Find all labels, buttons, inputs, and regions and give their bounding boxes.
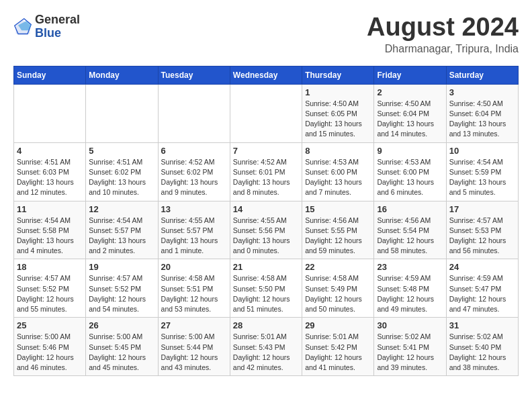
day-number: 20 <box>161 262 227 272</box>
calendar-cell: 24Sunrise: 4:59 AM Sunset: 5:47 PM Dayli… <box>446 259 518 318</box>
col-header-friday: Friday <box>374 66 446 84</box>
calendar-cell: 5Sunrise: 4:51 AM Sunset: 6:02 PM Daylig… <box>86 142 158 201</box>
calendar-cell: 22Sunrise: 4:58 AM Sunset: 5:49 PM Dayli… <box>302 259 374 318</box>
day-number: 4 <box>17 146 83 156</box>
day-info: Sunrise: 5:01 AM Sunset: 5:43 PM Dayligh… <box>233 332 299 373</box>
col-header-sunday: Sunday <box>14 66 86 84</box>
logo-text: General Blue <box>35 13 80 40</box>
calendar-cell: 17Sunrise: 4:57 AM Sunset: 5:53 PM Dayli… <box>446 201 518 259</box>
day-number: 21 <box>233 262 299 272</box>
calendar-cell: 19Sunrise: 4:57 AM Sunset: 5:52 PM Dayli… <box>86 259 158 318</box>
day-info: Sunrise: 4:54 AM Sunset: 5:57 PM Dayligh… <box>89 216 154 257</box>
calendar-cell: 3Sunrise: 4:50 AM Sunset: 6:04 PM Daylig… <box>446 84 518 142</box>
day-info: Sunrise: 4:56 AM Sunset: 5:55 PM Dayligh… <box>305 216 371 257</box>
calendar-cell: 12Sunrise: 4:54 AM Sunset: 5:57 PM Dayli… <box>86 201 158 259</box>
day-info: Sunrise: 4:51 AM Sunset: 6:03 PM Dayligh… <box>17 157 83 198</box>
day-number: 29 <box>305 320 371 330</box>
calendar-cell: 8Sunrise: 4:53 AM Sunset: 6:00 PM Daylig… <box>302 142 374 201</box>
day-info: Sunrise: 4:56 AM Sunset: 5:54 PM Dayligh… <box>377 216 443 257</box>
calendar-header: SundayMondayTuesdayWednesdayThursdayFrid… <box>14 66 519 84</box>
col-header-thursday: Thursday <box>302 66 374 84</box>
day-number: 24 <box>449 262 515 272</box>
day-number: 22 <box>305 262 371 272</box>
day-info: Sunrise: 5:02 AM Sunset: 5:41 PM Dayligh… <box>377 332 443 373</box>
day-number: 17 <box>449 204 515 214</box>
col-header-saturday: Saturday <box>446 66 518 84</box>
calendar-cell: 11Sunrise: 4:54 AM Sunset: 5:58 PM Dayli… <box>14 201 86 259</box>
day-number: 28 <box>233 320 299 330</box>
day-info: Sunrise: 4:58 AM Sunset: 5:51 PM Dayligh… <box>161 273 227 314</box>
day-number: 25 <box>17 320 83 330</box>
day-info: Sunrise: 4:54 AM Sunset: 5:58 PM Dayligh… <box>17 216 83 257</box>
day-info: Sunrise: 4:59 AM Sunset: 5:48 PM Dayligh… <box>377 273 443 314</box>
logo-icon <box>13 17 32 36</box>
day-number: 7 <box>233 146 299 156</box>
day-number: 8 <box>305 146 371 156</box>
col-header-wednesday: Wednesday <box>230 66 302 84</box>
calendar-cell: 27Sunrise: 5:00 AM Sunset: 5:44 PM Dayli… <box>158 318 230 376</box>
calendar-cell <box>158 84 230 142</box>
calendar-cell: 30Sunrise: 5:02 AM Sunset: 5:41 PM Dayli… <box>374 318 446 376</box>
page-header: General Blue August 2024 Dharmanagar, Tr… <box>13 13 519 55</box>
day-number: 27 <box>161 320 227 330</box>
day-info: Sunrise: 4:53 AM Sunset: 6:00 PM Dayligh… <box>377 157 443 198</box>
calendar-cell <box>86 84 158 142</box>
day-number: 5 <box>89 146 154 156</box>
day-info: Sunrise: 4:52 AM Sunset: 6:01 PM Dayligh… <box>233 157 299 198</box>
calendar-cell: 25Sunrise: 5:00 AM Sunset: 5:46 PM Dayli… <box>14 318 86 376</box>
day-number: 18 <box>17 262 83 272</box>
col-header-monday: Monday <box>86 66 158 84</box>
day-info: Sunrise: 4:55 AM Sunset: 5:57 PM Dayligh… <box>161 216 227 257</box>
day-number: 2 <box>377 87 443 97</box>
calendar-cell: 14Sunrise: 4:55 AM Sunset: 5:56 PM Dayli… <box>230 201 302 259</box>
calendar-cell: 13Sunrise: 4:55 AM Sunset: 5:57 PM Dayli… <box>158 201 230 259</box>
subtitle: Dharmanagar, Tripura, India <box>367 43 519 55</box>
calendar-table: SundayMondayTuesdayWednesdayThursdayFrid… <box>13 66 519 376</box>
calendar-cell <box>230 84 302 142</box>
day-number: 19 <box>89 262 154 272</box>
week-row-1: 1Sunrise: 4:50 AM Sunset: 6:05 PM Daylig… <box>14 84 519 142</box>
day-info: Sunrise: 4:58 AM Sunset: 5:50 PM Dayligh… <box>233 273 299 314</box>
day-info: Sunrise: 5:01 AM Sunset: 5:42 PM Dayligh… <box>305 332 371 373</box>
day-number: 30 <box>377 320 443 330</box>
title-block: August 2024 Dharmanagar, Tripura, India <box>367 13 519 55</box>
calendar-cell <box>14 84 86 142</box>
day-info: Sunrise: 4:53 AM Sunset: 6:00 PM Dayligh… <box>305 157 371 198</box>
day-info: Sunrise: 4:51 AM Sunset: 6:02 PM Dayligh… <box>89 157 154 198</box>
logo: General Blue <box>13 13 80 40</box>
day-info: Sunrise: 4:57 AM Sunset: 5:52 PM Dayligh… <box>17 273 83 314</box>
calendar-cell: 6Sunrise: 4:52 AM Sunset: 6:02 PM Daylig… <box>158 142 230 201</box>
day-info: Sunrise: 4:57 AM Sunset: 5:52 PM Dayligh… <box>89 273 154 314</box>
day-number: 11 <box>17 204 83 214</box>
calendar-cell: 10Sunrise: 4:54 AM Sunset: 5:59 PM Dayli… <box>446 142 518 201</box>
day-number: 16 <box>377 204 443 214</box>
day-number: 1 <box>305 87 371 97</box>
calendar-cell: 9Sunrise: 4:53 AM Sunset: 6:00 PM Daylig… <box>374 142 446 201</box>
week-row-5: 25Sunrise: 5:00 AM Sunset: 5:46 PM Dayli… <box>14 318 519 376</box>
day-info: Sunrise: 4:57 AM Sunset: 5:53 PM Dayligh… <box>449 216 515 257</box>
calendar-cell: 26Sunrise: 5:00 AM Sunset: 5:45 PM Dayli… <box>86 318 158 376</box>
calendar-cell: 20Sunrise: 4:58 AM Sunset: 5:51 PM Dayli… <box>158 259 230 318</box>
calendar-cell: 28Sunrise: 5:01 AM Sunset: 5:43 PM Dayli… <box>230 318 302 376</box>
calendar-cell: 29Sunrise: 5:01 AM Sunset: 5:42 PM Dayli… <box>302 318 374 376</box>
day-number: 23 <box>377 262 443 272</box>
day-info: Sunrise: 4:58 AM Sunset: 5:49 PM Dayligh… <box>305 273 371 314</box>
day-number: 13 <box>161 204 227 214</box>
day-number: 3 <box>449 87 515 97</box>
day-number: 9 <box>377 146 443 156</box>
main-title: August 2024 <box>367 13 519 42</box>
day-info: Sunrise: 4:52 AM Sunset: 6:02 PM Dayligh… <box>161 157 227 198</box>
day-number: 15 <box>305 204 371 214</box>
day-info: Sunrise: 4:54 AM Sunset: 5:59 PM Dayligh… <box>449 157 515 198</box>
calendar-cell: 31Sunrise: 5:02 AM Sunset: 5:40 PM Dayli… <box>446 318 518 376</box>
week-row-3: 11Sunrise: 4:54 AM Sunset: 5:58 PM Dayli… <box>14 201 519 259</box>
calendar-cell: 2Sunrise: 4:50 AM Sunset: 6:04 PM Daylig… <box>374 84 446 142</box>
day-number: 31 <box>449 320 515 330</box>
calendar-cell: 21Sunrise: 4:58 AM Sunset: 5:50 PM Dayli… <box>230 259 302 318</box>
day-number: 26 <box>89 320 154 330</box>
calendar-cell: 4Sunrise: 4:51 AM Sunset: 6:03 PM Daylig… <box>14 142 86 201</box>
calendar-cell: 16Sunrise: 4:56 AM Sunset: 5:54 PM Dayli… <box>374 201 446 259</box>
day-info: Sunrise: 5:00 AM Sunset: 5:44 PM Dayligh… <box>161 332 227 373</box>
day-info: Sunrise: 4:55 AM Sunset: 5:56 PM Dayligh… <box>233 216 299 257</box>
day-info: Sunrise: 4:50 AM Sunset: 6:04 PM Dayligh… <box>449 99 515 140</box>
